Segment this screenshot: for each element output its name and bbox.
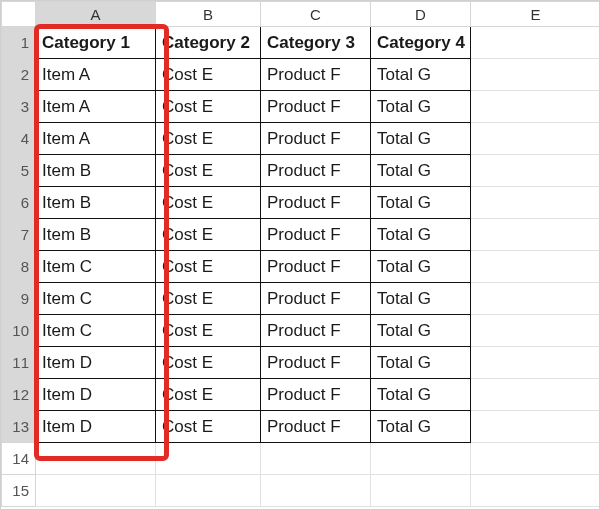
cell-D9[interactable]: Total G	[371, 283, 471, 315]
cell-A12[interactable]: Item D	[36, 379, 156, 411]
col-header-B[interactable]: B	[156, 2, 261, 27]
cell-E7[interactable]	[471, 219, 601, 251]
cell-D11[interactable]: Total G	[371, 347, 471, 379]
cell-B8[interactable]: Cost E	[156, 251, 261, 283]
cell-B11[interactable]: Cost E	[156, 347, 261, 379]
row-header-8[interactable]: 8	[2, 251, 36, 283]
cell-A9[interactable]: Item C	[36, 283, 156, 315]
cell-C14[interactable]	[261, 443, 371, 475]
cell-E3[interactable]	[471, 91, 601, 123]
cell-C10[interactable]: Product F	[261, 315, 371, 347]
cell-B13[interactable]: Cost E	[156, 411, 261, 443]
cell-C4[interactable]: Product F	[261, 123, 371, 155]
cell-E6[interactable]	[471, 187, 601, 219]
cell-E1[interactable]	[471, 27, 601, 59]
cell-B12[interactable]: Cost E	[156, 379, 261, 411]
cell-A7[interactable]: Item B	[36, 219, 156, 251]
cell-C5[interactable]: Product F	[261, 155, 371, 187]
col-header-E[interactable]: E	[471, 2, 601, 27]
row-header-13[interactable]: 13	[2, 411, 36, 443]
cell-D4[interactable]: Total G	[371, 123, 471, 155]
cell-A13[interactable]: Item D	[36, 411, 156, 443]
cell-A1[interactable]: Category 1	[36, 27, 156, 59]
cell-C7[interactable]: Product F	[261, 219, 371, 251]
cell-A3[interactable]: Item A	[36, 91, 156, 123]
cell-B15[interactable]	[156, 475, 261, 507]
cell-C15[interactable]	[261, 475, 371, 507]
cell-E13[interactable]	[471, 411, 601, 443]
cell-D1[interactable]: Category 4	[371, 27, 471, 59]
cell-D14[interactable]	[371, 443, 471, 475]
cell-E5[interactable]	[471, 155, 601, 187]
col-header-C[interactable]: C	[261, 2, 371, 27]
cell-A5[interactable]: Item B	[36, 155, 156, 187]
cell-D13[interactable]: Total G	[371, 411, 471, 443]
row-header-12[interactable]: 12	[2, 379, 36, 411]
cell-B4[interactable]: Cost E	[156, 123, 261, 155]
cell-D6[interactable]: Total G	[371, 187, 471, 219]
row-14: 14	[2, 443, 601, 475]
cell-C11[interactable]: Product F	[261, 347, 371, 379]
cell-C13[interactable]: Product F	[261, 411, 371, 443]
row-header-14[interactable]: 14	[2, 443, 36, 475]
row-header-5[interactable]: 5	[2, 155, 36, 187]
row-header-3[interactable]: 3	[2, 91, 36, 123]
row-header-1[interactable]: 1	[2, 27, 36, 59]
cell-B6[interactable]: Cost E	[156, 187, 261, 219]
cell-D2[interactable]: Total G	[371, 59, 471, 91]
row-header-2[interactable]: 2	[2, 59, 36, 91]
cell-A10[interactable]: Item C	[36, 315, 156, 347]
cell-C8[interactable]: Product F	[261, 251, 371, 283]
cell-E14[interactable]	[471, 443, 601, 475]
row-header-6[interactable]: 6	[2, 187, 36, 219]
cell-D3[interactable]: Total G	[371, 91, 471, 123]
cell-C9[interactable]: Product F	[261, 283, 371, 315]
cell-E9[interactable]	[471, 283, 601, 315]
row-header-10[interactable]: 10	[2, 315, 36, 347]
row-header-9[interactable]: 9	[2, 283, 36, 315]
cell-D5[interactable]: Total G	[371, 155, 471, 187]
cell-A15[interactable]	[36, 475, 156, 507]
cell-C1[interactable]: Category 3	[261, 27, 371, 59]
cell-E2[interactable]	[471, 59, 601, 91]
cell-A14[interactable]	[36, 443, 156, 475]
cell-B2[interactable]: Cost E	[156, 59, 261, 91]
cell-B1[interactable]: Category 2	[156, 27, 261, 59]
cell-D12[interactable]: Total G	[371, 379, 471, 411]
cell-C3[interactable]: Product F	[261, 91, 371, 123]
cell-E10[interactable]	[471, 315, 601, 347]
select-all-corner[interactable]	[2, 2, 36, 27]
cell-A8[interactable]: Item C	[36, 251, 156, 283]
row-header-4[interactable]: 4	[2, 123, 36, 155]
row-header-7[interactable]: 7	[2, 219, 36, 251]
row-6: 6 Item B Cost E Product F Total G	[2, 187, 601, 219]
cell-D10[interactable]: Total G	[371, 315, 471, 347]
cell-C12[interactable]: Product F	[261, 379, 371, 411]
cell-B7[interactable]: Cost E	[156, 219, 261, 251]
cell-A2[interactable]: Item A	[36, 59, 156, 91]
cell-E15[interactable]	[471, 475, 601, 507]
row-header-15[interactable]: 15	[2, 475, 36, 507]
cell-B10[interactable]: Cost E	[156, 315, 261, 347]
cell-C6[interactable]: Product F	[261, 187, 371, 219]
cell-A11[interactable]: Item D	[36, 347, 156, 379]
row-header-11[interactable]: 11	[2, 347, 36, 379]
col-header-A[interactable]: A	[36, 2, 156, 27]
cell-E11[interactable]	[471, 347, 601, 379]
spreadsheet-grid[interactable]: A B C D E 1 Category 1 Category 2 Catego…	[1, 1, 600, 507]
cell-B14[interactable]	[156, 443, 261, 475]
cell-E4[interactable]	[471, 123, 601, 155]
cell-B5[interactable]: Cost E	[156, 155, 261, 187]
cell-D7[interactable]: Total G	[371, 219, 471, 251]
cell-A6[interactable]: Item B	[36, 187, 156, 219]
cell-B3[interactable]: Cost E	[156, 91, 261, 123]
col-header-D[interactable]: D	[371, 2, 471, 27]
cell-C2[interactable]: Product F	[261, 59, 371, 91]
cell-B9[interactable]: Cost E	[156, 283, 261, 315]
cell-A4[interactable]: Item A	[36, 123, 156, 155]
cell-E12[interactable]	[471, 379, 601, 411]
cell-D15[interactable]	[371, 475, 471, 507]
spreadsheet-viewport[interactable]: A B C D E 1 Category 1 Category 2 Catego…	[0, 0, 600, 510]
cell-D8[interactable]: Total G	[371, 251, 471, 283]
cell-E8[interactable]	[471, 251, 601, 283]
